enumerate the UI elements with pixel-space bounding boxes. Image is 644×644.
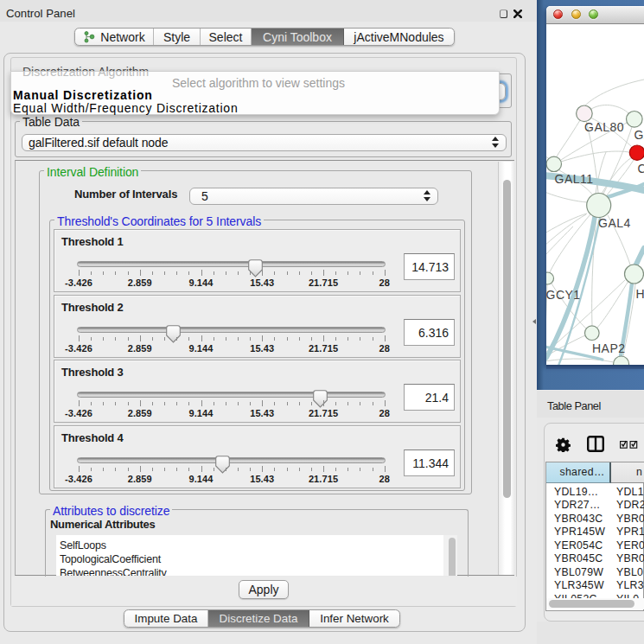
svg-text:C: C xyxy=(638,162,644,175)
svg-text:GCY1: GCY1 xyxy=(546,288,581,302)
svg-text:GAL4: GAL4 xyxy=(598,216,631,230)
svg-text:GAL11: GAL11 xyxy=(555,172,594,186)
svg-text:HAP2: HAP2 xyxy=(592,341,626,355)
svg-text:H: H xyxy=(636,287,644,301)
svg-text:GAL80: GAL80 xyxy=(584,120,624,134)
svg-text:GA: GA xyxy=(634,128,644,142)
